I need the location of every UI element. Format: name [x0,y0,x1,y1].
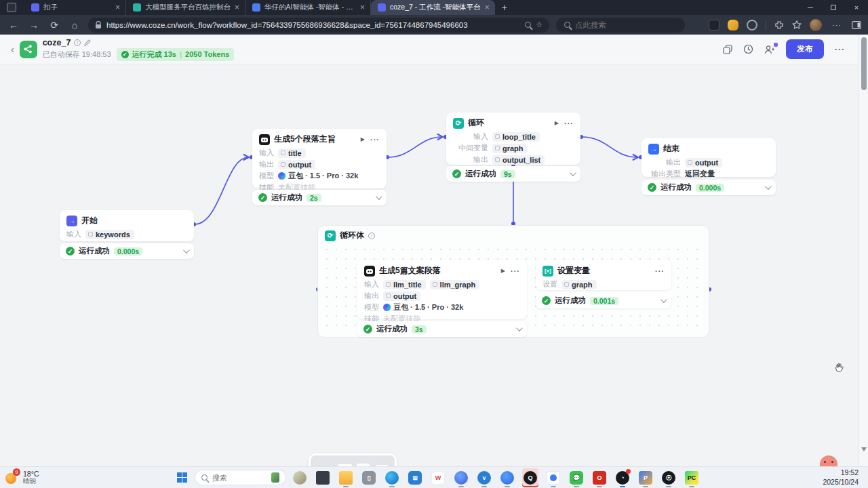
new-tab-button[interactable]: + [502,2,507,13]
extension-icon-dark[interactable] [709,20,719,30]
node-start[interactable]: → 开始 输入 keywords [60,210,194,241]
quick-search-box[interactable] [556,18,685,33]
app-red-o[interactable]: O [591,468,608,487]
node-loop-status[interactable]: ✓ 运行成功 9s [446,166,580,182]
param-tag[interactable]: graph [492,144,528,153]
browser-tab-agent[interactable]: 华仔的AI智能体 -智能体 - 扣子 × [245,0,371,15]
extension-icon-pet[interactable] [728,20,738,30]
chevron-down-icon[interactable] [570,169,576,176]
app-wps[interactable]: W [430,468,446,487]
app-ms-store[interactable]: ⊞ [407,468,423,487]
forward-icon[interactable]: → [27,20,41,30]
node-gen-outline-status[interactable]: ✓ 运行成功 2s [252,190,387,205]
param-tag[interactable]: llm_title [383,280,426,289]
app-pp[interactable]: P [637,468,654,487]
node-loop[interactable]: ⟳ 循环 ▶··· 输入 loop_title 中间变量 graph 输出 ou… [446,113,580,165]
collapse-back-icon[interactable]: ‹ [11,44,14,55]
taskbar-clock[interactable]: 19:52 2025/10/24 [823,468,868,486]
app-netdisk[interactable] [499,468,515,487]
param-tag[interactable]: output [278,160,315,169]
chevron-down-icon[interactable] [376,193,382,200]
home-icon[interactable]: ⌂ [68,20,81,30]
header-more-icon[interactable]: ··· [835,45,845,54]
node-set-variable-status[interactable]: ✓ 运行成功 0.001s [536,293,671,308]
info-icon[interactable]: i [368,232,375,239]
chevron-down-icon[interactable] [183,247,190,253]
sidebar-panel-icon[interactable] [852,21,861,29]
app-edge[interactable] [384,468,400,487]
run-node-icon[interactable]: ▶ [361,136,365,142]
taskbar-search-input[interactable] [212,474,267,482]
app-wechat[interactable]: 💬 [568,468,585,487]
quick-search-input[interactable] [575,21,663,29]
node-more-icon[interactable]: ··· [511,267,520,275]
node-gen-outline[interactable]: 生成5个段落主旨 ▶··· 输入 title 输出 output 模型 豆包 ·… [252,129,387,188]
app-map-pin[interactable]: ⦿ [660,468,677,487]
param-tag[interactable]: output_list [492,155,545,165]
node-gen-paragraphs[interactable]: 生成5篇文案段落 ▶··· 输入 llm_title llm_graph 输出 … [357,260,527,319]
collaborators-icon[interactable] [764,45,775,54]
favorites-icon[interactable] [792,20,802,30]
app-widget-thumbnail[interactable] [292,468,308,487]
browser-tab-workflow-active[interactable]: coze_7 - 工作流 -智能体平台 × [371,0,495,15]
close-window-button[interactable]: × [845,0,868,15]
browser-tab-kouzi[interactable]: 扣子 × [24,0,126,15]
zoom-page-icon[interactable] [525,22,531,28]
param-tag[interactable]: keywords [85,230,134,239]
node-set-variable[interactable]: [x] 设置变量 ··· 设置 graph [536,260,671,290]
page-scrollbar[interactable] [859,35,868,466]
app-bing[interactable]: v [476,468,492,487]
taskbar-search[interactable] [195,470,286,485]
node-start-status[interactable]: ✓ 运行成功 0.000s [60,243,194,259]
app-qq[interactable]: Q [522,468,538,487]
node-more-icon[interactable]: ··· [655,267,665,275]
taskbar-weather-widget[interactable]: 9 18°C 晴朗 [0,470,173,485]
node-more-icon[interactable]: ··· [564,119,574,127]
tab-close-icon[interactable]: × [115,3,120,12]
tab-close-icon[interactable]: × [485,3,490,12]
duplicate-icon[interactable] [723,45,732,54]
browser-tab-bailian[interactable]: 大模型服务平台百炼控制台 × [126,0,245,15]
workflow-canvas[interactable]: ⟳ 循环体 i → 开始 输入 keywords ✓ 运行成功 0.000s [0,65,859,466]
extensions-puzzle-icon[interactable] [774,20,784,30]
scrollbar-thumb[interactable] [861,37,867,90]
publish-button[interactable]: 发布 [786,39,824,59]
back-icon[interactable]: ← [7,20,20,30]
app-quark[interactable] [453,468,469,487]
history-icon[interactable] [743,44,753,54]
chevron-down-icon[interactable] [516,325,523,331]
run-node-icon[interactable]: ▶ [555,120,559,126]
browser-profile-avatar[interactable] [810,19,822,31]
param-tag[interactable]: graph [561,280,597,289]
restore-button[interactable] [822,0,845,15]
node-end-status[interactable]: ✓ 运行成功 0.000s [642,180,776,195]
app-obs[interactable]: ◔ [614,468,631,487]
bookmark-star-icon[interactable]: ☆ [536,20,542,29]
param-tag[interactable]: title [278,148,306,158]
app-widgets-dark[interactable] [315,468,331,487]
address-bar[interactable]: https://www.coze.cn/work_flow?workflow_i… [88,18,549,33]
info-icon[interactable]: i [74,39,81,46]
param-tag[interactable]: loop_title [492,132,540,142]
scrollbar-arrow-icon[interactable] [861,447,867,451]
app-file-explorer[interactable] [338,468,354,487]
param-tag[interactable]: output [685,158,722,167]
param-tag[interactable]: llm_graph [430,280,480,289]
app-phone-link[interactable]: ▯ [361,468,377,487]
app-pycharm[interactable]: PC [684,468,700,487]
param-tag[interactable]: output [383,291,420,301]
run-node-icon[interactable]: ▶ [501,268,505,274]
start-button[interactable] [173,469,191,487]
tab-close-icon[interactable]: × [235,3,239,12]
extension-icon-circle[interactable] [747,20,757,30]
node-end[interactable]: → 结束 输出 output 输出类型 返回变量 [642,138,776,177]
minimize-button[interactable]: ─ [799,0,822,15]
chevron-down-icon[interactable] [765,183,772,190]
app-tencent-meeting[interactable] [545,468,561,487]
edit-icon[interactable] [84,39,91,46]
browser-workspace-icon[interactable] [7,3,16,12]
node-more-icon[interactable]: ··· [370,136,380,144]
chevron-down-icon[interactable] [660,296,667,303]
browser-menu-icon[interactable]: ··· [830,21,844,29]
reload-icon[interactable]: ⟳ [47,20,61,30]
